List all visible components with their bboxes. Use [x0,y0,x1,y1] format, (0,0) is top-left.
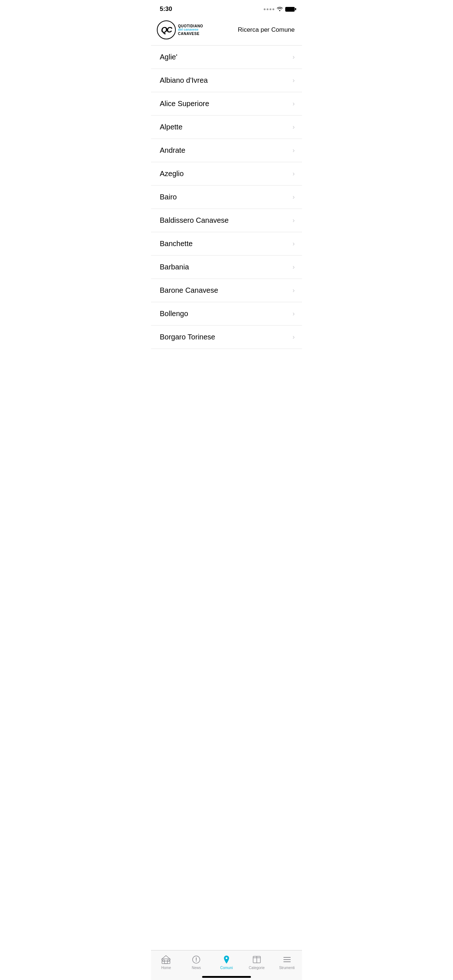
list-item[interactable]: Alpette › [151,116,302,139]
list-item-name: Azeglio [160,170,184,178]
list-item-name: Alice Superiore [160,100,209,108]
list-item[interactable]: Alice Superiore › [151,92,302,116]
list-item[interactable]: Andrate › [151,139,302,162]
list-item-name: Borgaro Torinese [160,333,215,341]
chevron-right-icon: › [292,310,295,318]
list-item[interactable]: Borgaro Torinese › [151,326,302,349]
chevron-right-icon: › [292,76,295,84]
list-item-name: Barone Canavese [160,286,218,294]
battery-icon [285,7,295,12]
chevron-right-icon: › [292,100,295,108]
list-item-name: Bollengo [160,310,188,318]
list-item-name: Barbania [160,263,189,271]
comuni-list: Aglie' › Albiano d'Ivrea › Alice Superio… [151,46,302,349]
chevron-right-icon: › [292,123,295,131]
list-item[interactable]: Azeglio › [151,162,302,186]
logo-c: C [167,25,172,35]
header: QC QUOTIDIANO del canavese CANAVESE Rice… [151,16,302,46]
status-icons [264,5,295,13]
list-item[interactable]: Barone Canavese › [151,279,302,302]
chevron-right-icon: › [292,170,295,178]
logo-bottom-text: CANAVESE [178,32,203,36]
list-item[interactable]: Bairo › [151,186,302,209]
list-item-name: Banchette [160,240,193,248]
list-item-name: Aglie' [160,53,177,61]
logo-sub-text: del canavese [178,28,203,32]
status-bar: 5:30 [151,0,302,16]
chevron-right-icon: › [292,146,295,154]
list-item[interactable]: Aglie' › [151,46,302,69]
list-item-name: Albiano d'Ivrea [160,76,208,84]
wifi-icon [276,5,283,13]
list-item-name: Andrate [160,146,185,154]
chevron-right-icon: › [292,263,295,271]
chevron-right-icon: › [292,240,295,248]
logo: QC QUOTIDIANO del canavese CANAVESE [157,21,203,40]
list-item[interactable]: Albiano d'Ivrea › [151,69,302,92]
list-item[interactable]: Bollengo › [151,302,302,326]
page-title: Ricerca per Comune [238,26,295,33]
list-item[interactable]: Baldissero Canavese › [151,209,302,232]
chevron-right-icon: › [292,193,295,201]
chevron-right-icon: › [292,53,295,61]
logo-q: Q [161,25,166,35]
chevron-right-icon: › [292,333,295,341]
signal-dots [264,8,274,10]
status-time: 5:30 [160,5,172,13]
list-item-name: Alpette [160,123,182,131]
chevron-right-icon: › [292,286,295,294]
list-item-name: Bairo [160,193,177,201]
list-item[interactable]: Barbania › [151,256,302,279]
chevron-right-icon: › [292,216,295,224]
list-item[interactable]: Banchette › [151,232,302,256]
list-item-name: Baldissero Canavese [160,216,229,224]
